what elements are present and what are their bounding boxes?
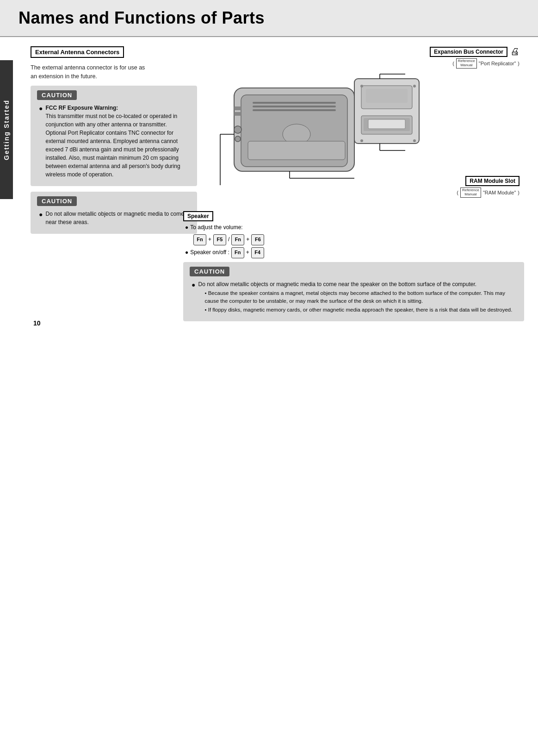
svg-rect-8 — [234, 112, 241, 116]
caution-text-2: Do not allow metallic objects or magneti… — [45, 210, 191, 226]
antenna-desc: The external antenna connector is for us… — [31, 63, 197, 81]
svg-rect-3 — [253, 106, 336, 107]
speaker-caution-text: Do not allow metallic objects or magneti… — [198, 281, 476, 287]
bullet-speaker: ● — [192, 280, 195, 314]
main-content: External Antenna Connectors The external… — [17, 37, 538, 341]
onoff-prefix: Speaker on/off : — [190, 248, 229, 258]
caution-item-2: ● Do not allow metallic objects or magne… — [39, 210, 191, 226]
bullet-2: ● — [39, 210, 43, 226]
svg-point-17 — [360, 85, 363, 87]
expansion-ref-paren-open: ( — [452, 61, 454, 66]
left-section: External Antenna Connectors The external… — [31, 42, 197, 239]
svg-rect-4 — [253, 109, 336, 111]
ram-module-label: RAM Module Slot — [465, 176, 519, 186]
svg-point-10 — [235, 136, 241, 142]
page-header: Names and Functions of Parts — [0, 0, 538, 37]
page-title: Names and Functions of Parts — [19, 8, 519, 28]
speaker-sub-2: • If floppy disks, magnetic memory cards… — [204, 306, 518, 314]
laptop-svg — [206, 69, 428, 218]
caution-item-speaker: ● Do not allow metallic objects or magne… — [192, 280, 518, 314]
side-tab: Getting Started — [0, 60, 13, 199]
svg-point-19 — [360, 139, 363, 142]
expansion-bus-label-row: Expansion Bus Connector 🖨 — [430, 46, 519, 57]
svg-point-20 — [413, 139, 416, 142]
expansion-bus-ref-line: ( Reference Manual "Port Replicator" ) — [434, 58, 519, 69]
expansion-bus-area: Expansion Bus Connector 🖨 ( Reference Ma… — [430, 46, 519, 76]
bullet-onoff: ● — [185, 248, 188, 258]
speaker-sub-1: • Because the speaker contains a magnet,… — [204, 289, 518, 306]
ram-label-row: RAM Module Slot — [452, 176, 519, 186]
svg-rect-2 — [253, 102, 336, 104]
svg-rect-7 — [234, 106, 241, 110]
svg-point-9 — [234, 126, 241, 133]
ram-ref-box: Reference Manual — [460, 187, 481, 198]
antenna-label-box: External Antenna Connectors — [31, 46, 197, 61]
svg-rect-13 — [366, 89, 408, 103]
caution-title-1: CAUTION — [37, 90, 77, 100]
right-section: Expansion Bus Connector 🖨 ( Reference Ma… — [197, 42, 524, 239]
f4-key: F4 — [251, 247, 264, 258]
bullet-vol: ● — [185, 223, 188, 233]
speaker-onoff-row: ● Speaker on/off : Fn + F4 — [185, 247, 524, 258]
expansion-ref-box: Reference Manual — [456, 58, 477, 69]
antenna-label: External Antenna Connectors — [31, 46, 124, 58]
printer-icon: 🖨 — [510, 46, 519, 57]
ram-ref-line: ( Reference Manual "RAM Module" ) — [457, 187, 519, 198]
ram-ref-paren-open: ( — [457, 190, 458, 195]
bullet-1: ● — [39, 104, 43, 179]
page-number: 10 — [33, 319, 41, 327]
svg-rect-16 — [368, 119, 405, 129]
two-col-layout: External Antenna Connectors The external… — [31, 42, 524, 239]
expansion-ref-text: "Port Replicator" — [479, 61, 516, 66]
ram-ref-text: "RAM Module" — [483, 190, 516, 195]
caution-title-speaker: CAUTION — [190, 267, 229, 276]
svg-point-18 — [413, 85, 416, 87]
speaker-caution-content: Do not allow metallic objects or magneti… — [198, 280, 518, 314]
caution-title-2: CAUTION — [37, 196, 77, 206]
fn-key-3: Fn — [231, 247, 244, 258]
plus-3: + — [246, 248, 249, 258]
caution-box-1: CAUTION ● FCC RF Exposure Warning: This … — [31, 86, 197, 186]
expansion-bus-label: Expansion Bus Connector — [430, 47, 507, 57]
ram-ref-paren-close: ) — [518, 190, 519, 195]
svg-rect-6 — [248, 141, 345, 160]
ram-slot-area: RAM Module Slot ( Reference Manual "RAM … — [452, 176, 519, 205]
caution-box-speaker: CAUTION ● Do not allow metallic objects … — [183, 262, 524, 322]
caution-item-1: ● FCC RF Exposure Warning: This transmit… — [39, 104, 191, 179]
caution-text-1: FCC RF Exposure Warning: This transmitte… — [45, 104, 191, 179]
expansion-ref-paren-close: ) — [518, 61, 519, 66]
caution-box-2: CAUTION ● Do not allow metallic objects … — [31, 192, 197, 234]
